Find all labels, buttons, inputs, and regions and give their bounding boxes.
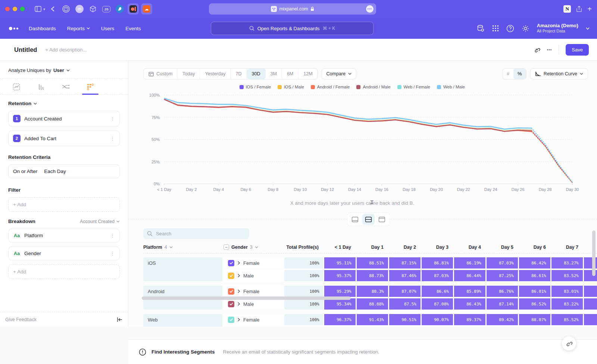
settings-gear-icon[interactable]	[522, 25, 529, 32]
compare-button[interactable]: Compare	[322, 68, 356, 79]
column-platform[interactable]: Platform 4	[143, 245, 222, 250]
share-icon[interactable]	[576, 6, 582, 12]
expand-chevron-icon[interactable]	[238, 289, 240, 293]
close-window-button[interactable]	[5, 7, 10, 11]
vertical-scrollbar[interactable]	[592, 230, 596, 276]
retention-value-cell[interactable]: 86.6%	[422, 286, 453, 297]
retention-value-cell[interactable]: 87.08%	[422, 298, 453, 310]
extension-monica-icon[interactable]: m	[74, 3, 85, 15]
layout-chart-only-button[interactable]	[348, 214, 361, 225]
collapse-sidebar-icon[interactable]	[117, 317, 123, 322]
expand-chevron-icon[interactable]	[238, 274, 240, 277]
range-30d[interactable]: 30D	[247, 69, 266, 79]
expand-chevron-icon[interactable]	[238, 302, 240, 306]
retention-step-account-created[interactable]: 1Account Created⋮	[8, 111, 120, 126]
series-checkbox[interactable]	[228, 260, 234, 266]
sidebar-toggle-icon[interactable]	[33, 4, 43, 14]
retention-value-cell[interactable]: 91.43%	[357, 314, 388, 325]
data-management-icon[interactable]	[476, 24, 485, 32]
table-search-input[interactable]: Search	[143, 228, 249, 239]
breakdown-event-selector[interactable]: Account Created	[80, 219, 120, 224]
retention-value-cell[interactable]: 96.37%	[324, 314, 356, 325]
absolute-mode-button[interactable]: #	[503, 69, 513, 79]
retention-value-cell[interactable]: 80.6%	[584, 286, 597, 297]
apps-grid-icon[interactable]	[492, 25, 499, 32]
retention-value-cell[interactable]: 83.0%	[584, 314, 597, 325]
range-3m[interactable]: 3M	[266, 69, 282, 79]
tab-insights[interactable]	[9, 83, 24, 94]
range-custom[interactable]: Custom	[144, 69, 178, 79]
retention-value-cell[interactable]: 89.42%	[487, 314, 518, 325]
copy-link-icon[interactable]	[534, 47, 540, 53]
breakdown-gender[interactable]: AaGender⋮	[8, 247, 120, 260]
retention-value-cell[interactable]: 87.25%	[487, 270, 518, 281]
tab-retention[interactable]	[83, 83, 98, 94]
retention-value-cell[interactable]: 87.14%	[487, 298, 518, 310]
percent-mode-button[interactable]: %	[513, 69, 526, 79]
mixpanel-logo[interactable]	[9, 27, 18, 30]
minimize-window-button[interactable]	[13, 7, 17, 11]
legend-item[interactable]: Android / Female	[311, 85, 350, 89]
retention-value-cell[interactable]: 86.76%	[487, 286, 518, 297]
column-day6[interactable]: Day 6	[519, 245, 550, 250]
save-button[interactable]: Save	[566, 44, 589, 56]
breakdown-menu-icon[interactable]: ⋮	[110, 233, 115, 238]
gender-cell[interactable]: Female	[224, 314, 283, 325]
retention-value-cell[interactable]: 86.43%	[454, 298, 485, 310]
range-yesterday[interactable]: Yesterday	[200, 69, 231, 79]
legend-item[interactable]: Web / Male	[437, 85, 465, 89]
nav-events[interactable]: Events	[125, 26, 141, 31]
expand-chevron-icon[interactable]	[238, 261, 240, 265]
global-search[interactable]: Open Reports & Dashboards ⌘ + K	[211, 22, 373, 35]
window-controls[interactable]	[5, 7, 25, 11]
chart-type-selector[interactable]: Retention Curve	[530, 68, 588, 79]
gender-cell[interactable]: Male	[224, 270, 283, 281]
gender-cell[interactable]: Female	[224, 257, 283, 269]
retention-criteria-card[interactable]: On or After Each Day	[8, 164, 120, 178]
share-link-fab[interactable]	[562, 336, 576, 351]
new-tab-button[interactable]: +	[587, 5, 592, 13]
notion-tab-icon[interactable]: N	[563, 5, 571, 13]
extension-cube-icon[interactable]	[87, 3, 99, 15]
retention-value-cell[interactable]: 87.03%	[422, 270, 453, 281]
retention-value-cell[interactable]: 85.89%	[454, 286, 485, 297]
retention-value-cell[interactable]: 87.5%	[389, 298, 421, 310]
retention-value-cell[interactable]: 86.19%	[454, 257, 485, 269]
retention-value-cell[interactable]: 95.11%	[324, 257, 356, 269]
help-icon[interactable]	[506, 25, 514, 32]
retention-value-cell[interactable]: 88.73%	[357, 270, 388, 281]
chevron-down-icon[interactable]: ▾	[43, 7, 45, 11]
extension-js-icon[interactable]: JS	[101, 3, 112, 15]
retention-value-cell[interactable]: 83.52%	[551, 270, 583, 281]
series-checkbox[interactable]	[228, 273, 234, 279]
add-filter-button[interactable]: + Add	[8, 197, 120, 212]
retention-value-cell[interactable]: 87.07%	[389, 286, 421, 297]
address-bar[interactable]: mixpanel.com •••	[209, 3, 376, 15]
tab-flows[interactable]	[58, 83, 73, 94]
series-checkbox[interactable]	[228, 317, 234, 323]
retention-value-cell[interactable]: 86.61%	[519, 270, 550, 281]
add-breakdown-button[interactable]: + Add	[8, 264, 120, 279]
extension-soundcloud-icon[interactable]: ☁	[141, 3, 152, 15]
retention-value-cell[interactable]: 88.51%	[357, 257, 388, 269]
retention-value-cell[interactable]: 80.8%	[584, 298, 597, 310]
retention-value-cell[interactable]: 86.01%	[519, 286, 550, 297]
retention-value-cell[interactable]: 89.37%	[454, 314, 485, 325]
nav-reports[interactable]: Reports	[67, 26, 90, 31]
range-12m[interactable]: 12M	[298, 69, 317, 79]
nav-users[interactable]: Users	[101, 26, 114, 31]
tab-funnels[interactable]	[34, 83, 49, 94]
series-checkbox[interactable]	[228, 288, 234, 295]
project-switcher[interactable]: Amazonia {Demo} All Project Data	[537, 23, 578, 34]
retention-section-title[interactable]: Retention	[8, 101, 120, 106]
retention-value-cell[interactable]: 86.81%	[422, 257, 453, 269]
legend-item[interactable]: iOS / Female	[240, 85, 271, 89]
retention-value-cell[interactable]: 86.42%	[519, 257, 550, 269]
column-day1[interactable]: Day 1	[357, 245, 388, 250]
extension-bird-icon[interactable]	[114, 3, 125, 15]
retention-value-cell[interactable]: 87.03%	[487, 257, 518, 269]
column-day7[interactable]: Day 7	[551, 245, 583, 250]
column-day4[interactable]: Day 4	[454, 245, 485, 250]
retention-value-cell[interactable]: 86.52%	[519, 298, 550, 310]
select-all-checkbox[interactable]: −	[224, 244, 229, 250]
